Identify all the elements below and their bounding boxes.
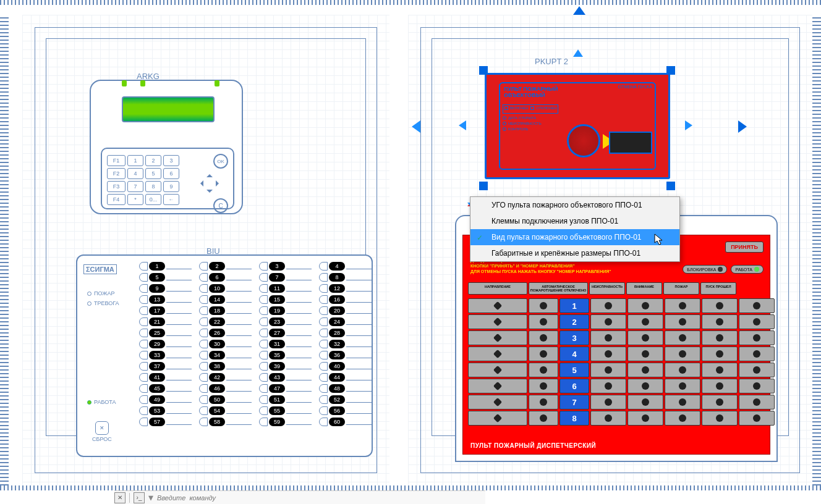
- key-f4[interactable]: F4: [107, 194, 125, 205]
- ok-button[interactable]: OK: [213, 154, 228, 169]
- zone-indicator[interactable]: 9: [139, 284, 192, 293]
- command-bar[interactable]: ✕ ›_ ▾: [114, 490, 485, 504]
- context-menu-item[interactable]: ✓Вид пульта пожарного объектового ППО-01: [470, 229, 679, 245]
- zone-indicator[interactable]: 35: [259, 351, 312, 359]
- biu-panel[interactable]: ΣСИГМА ПОЖАР ТРЕВОГА РАБОТА СБРОС 123456…: [76, 254, 373, 457]
- zone-indicator[interactable]: 52: [319, 395, 372, 404]
- zone-indicator[interactable]: 42: [199, 373, 252, 382]
- zone-indicator[interactable]: 46: [199, 384, 252, 393]
- zone-indicator[interactable]: 18: [199, 306, 252, 315]
- zone-indicator[interactable]: 6: [199, 273, 252, 282]
- context-menu[interactable]: УГО пульта пожарного объектового ППО-01К…: [470, 196, 680, 262]
- context-menu-item[interactable]: Клеммы подключения узлов ППО-01: [470, 213, 679, 229]
- ppo-button-box[interactable]: [609, 132, 652, 154]
- zone-indicator[interactable]: 53: [139, 406, 192, 415]
- ppo-device[interactable]: ПУЛЬТ ПОЖАРНЫЙ ОБЪЕКТОВЫЙ ОТМЕНА ПУСКА В…: [485, 73, 670, 179]
- direction-button[interactable]: [468, 395, 527, 410]
- direction-button[interactable]: [468, 346, 527, 361]
- prompt-icon[interactable]: ›_: [134, 492, 145, 503]
- zone-indicator[interactable]: 38: [199, 362, 252, 371]
- zone-indicator[interactable]: 25: [139, 329, 192, 337]
- direction-button[interactable]: [468, 411, 527, 426]
- zone-indicator[interactable]: 15: [259, 295, 312, 304]
- zone-indicator[interactable]: 16: [319, 295, 372, 304]
- direction-button[interactable]: [468, 379, 527, 393]
- arkg-panel[interactable]: F1 1 2 3 F2 4 5 6 F3 7 8 9 F4 * 0... ← O…: [90, 80, 243, 214]
- row-number[interactable]: 4: [559, 346, 589, 361]
- work-mode-button[interactable]: РАБОТА: [731, 265, 764, 274]
- zone-indicator[interactable]: 4: [319, 262, 372, 271]
- arrow-down-icon[interactable]: [206, 190, 213, 196]
- key-back[interactable]: ←: [163, 194, 179, 205]
- selection-handle[interactable]: [666, 182, 675, 190]
- key-f2[interactable]: F2: [107, 168, 125, 179]
- arrow-left-icon[interactable]: [197, 180, 203, 187]
- direction-button[interactable]: [468, 298, 527, 313]
- zone-indicator[interactable]: 50: [199, 395, 252, 404]
- zone-indicator[interactable]: 17: [139, 306, 192, 315]
- key-f3[interactable]: F3: [107, 181, 125, 192]
- selection-handle[interactable]: [479, 182, 488, 190]
- selection-arrow-up-icon[interactable]: [573, 43, 583, 57]
- zone-indicator[interactable]: 37: [139, 362, 192, 371]
- row-number[interactable]: 6: [559, 379, 589, 393]
- zone-indicator[interactable]: 43: [259, 373, 312, 382]
- zone-indicator[interactable]: 5: [139, 273, 192, 282]
- zone-indicator[interactable]: 34: [199, 351, 252, 359]
- zone-indicator[interactable]: 33: [139, 351, 192, 359]
- zone-indicator[interactable]: 60: [319, 418, 372, 426]
- zone-indicator[interactable]: 31: [259, 340, 312, 348]
- selection-arrow-right-icon[interactable]: [685, 120, 699, 130]
- key-0[interactable]: 0...: [145, 194, 161, 205]
- zone-indicator[interactable]: 28: [319, 329, 372, 337]
- drawing-page-left[interactable]: ARKG F1 1 2 3 F2 4 5 6 F3 7 8 9 F4 * 0..…: [22, 15, 389, 485]
- zone-indicator[interactable]: 23: [259, 317, 312, 326]
- dispatcher-panel[interactable]: ПРИНЯТЬ ДЛЯ ДИСТАНЦИОННОГО ПУСКА НАЖАТЬК…: [462, 235, 770, 455]
- key-1[interactable]: 1: [127, 155, 143, 166]
- row-number[interactable]: 8: [559, 411, 589, 426]
- zone-indicator[interactable]: 19: [259, 306, 312, 315]
- row-number[interactable]: 7: [559, 395, 589, 410]
- zone-indicator[interactable]: 44: [319, 373, 372, 382]
- direction-button[interactable]: [468, 363, 527, 377]
- key-2[interactable]: 2: [145, 155, 161, 166]
- zone-indicator[interactable]: 51: [259, 395, 312, 404]
- zone-indicator[interactable]: 8: [319, 273, 372, 282]
- zone-indicator[interactable]: 36: [319, 351, 372, 359]
- zone-indicator[interactable]: 48: [319, 384, 372, 393]
- zone-indicator[interactable]: 32: [319, 340, 372, 348]
- zone-indicator[interactable]: 24: [319, 317, 372, 326]
- key-3[interactable]: 3: [163, 155, 179, 166]
- reset-button[interactable]: СБРОС: [92, 421, 112, 442]
- block-mode-button[interactable]: БЛОКИРОВКА: [683, 265, 727, 274]
- arrow-up-icon[interactable]: [206, 171, 213, 177]
- row-number[interactable]: 2: [559, 314, 589, 329]
- context-menu-item[interactable]: Габаритные и крепёжные размеры ППО-01: [470, 245, 679, 261]
- zone-indicator[interactable]: 14: [199, 295, 252, 304]
- zone-indicator[interactable]: 2: [199, 262, 252, 271]
- zone-indicator[interactable]: 21: [139, 317, 192, 326]
- zone-indicator[interactable]: 26: [199, 329, 252, 337]
- zone-indicator[interactable]: 47: [259, 384, 312, 393]
- selection-arrow-right-icon[interactable]: [738, 120, 753, 133]
- key-f1[interactable]: F1: [107, 155, 125, 166]
- zone-indicator[interactable]: 54: [199, 406, 252, 415]
- zone-indicator[interactable]: 20: [319, 306, 372, 315]
- zone-indicator[interactable]: 12: [319, 284, 372, 293]
- zone-indicator[interactable]: 3: [259, 262, 312, 271]
- context-menu-item[interactable]: УГО пульта пожарного объектового ППО-01: [470, 197, 679, 213]
- zone-indicator[interactable]: 10: [199, 284, 252, 293]
- selection-arrow-left-icon[interactable]: [406, 120, 420, 133]
- key-7[interactable]: 7: [127, 181, 143, 192]
- zone-indicator[interactable]: 41: [139, 373, 192, 382]
- row-number[interactable]: 1: [559, 298, 589, 313]
- selection-arrow-up-icon[interactable]: [573, 0, 585, 15]
- arrow-right-icon[interactable]: [216, 180, 222, 187]
- close-icon[interactable]: ✕: [114, 492, 125, 503]
- zone-indicator[interactable]: 13: [139, 295, 192, 304]
- c-button[interactable]: C: [213, 198, 228, 213]
- key-9[interactable]: 9: [163, 181, 179, 192]
- zone-indicator[interactable]: 55: [259, 406, 312, 415]
- zone-indicator[interactable]: 45: [139, 384, 192, 393]
- accept-button[interactable]: ПРИНЯТЬ: [725, 242, 764, 253]
